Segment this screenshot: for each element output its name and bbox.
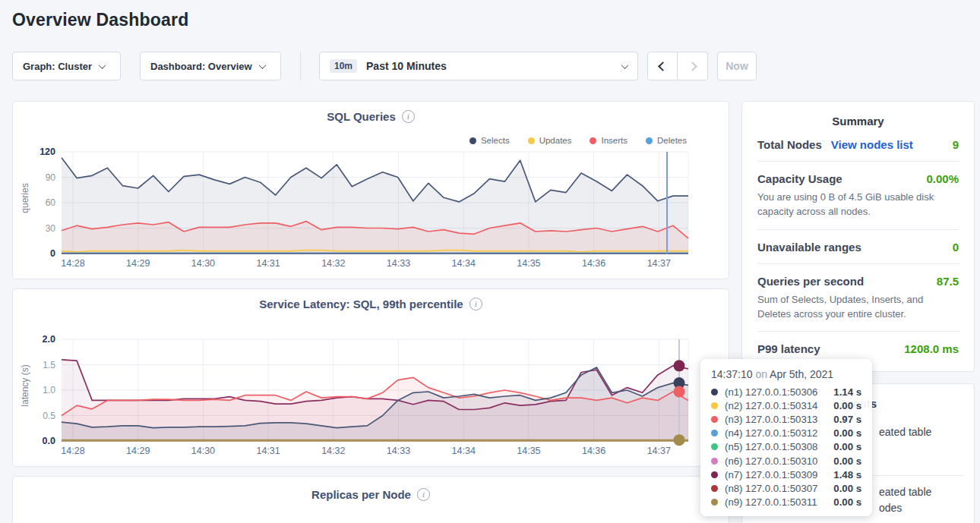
node-address: (n4) 127.0.0.1:50312 <box>725 427 833 439</box>
tooltip-node-rows: (n1) 127.0.0.1:503061.14 s(n2) 127.0.0.1… <box>711 385 861 509</box>
x-tick-label: 14:30 <box>191 258 215 269</box>
toolbar-divider <box>300 52 301 80</box>
service-latency-chart-canvas[interactable]: 0.00.51.01.52.014:2814:2914:3014:3114:32… <box>13 289 729 466</box>
unavailable-ranges-label: Unavailable ranges <box>757 241 861 254</box>
now-button[interactable]: Now <box>717 52 757 80</box>
p99-latency-value: 1208.0 ms <box>904 342 959 355</box>
tooltip-time: 14:37:10 <box>711 368 753 380</box>
node-color-dot <box>711 499 718 506</box>
node-color-dot <box>711 430 718 436</box>
node-color-dot <box>711 416 718 423</box>
x-tick-label: 14:32 <box>321 446 345 456</box>
time-range-label: Past 10 Minutes <box>366 60 447 72</box>
chart-hover-tooltip: 14:37:10 on Apr 5th, 2021 (n1) 127.0.0.1… <box>700 359 872 516</box>
tooltip-node-row: (n9) 127.0.0.1:503110.00 s <box>711 496 861 509</box>
tooltip-node-row: (n1) 127.0.0.1:503061.14 s <box>711 385 861 399</box>
time-next-button[interactable] <box>678 52 708 80</box>
x-tick-label: 14:37 <box>647 446 671 456</box>
x-tick-label: 14:29 <box>126 446 150 456</box>
node-color-dot <box>711 443 718 450</box>
replicas-per-node-chart-title: Replicas per Node <box>311 488 411 501</box>
node-latency-value: 0.00 s <box>833 427 861 439</box>
dashboard-label: Dashboard: Overview <box>150 61 252 72</box>
time-range-badge: 10m <box>330 59 357 73</box>
x-tick-label: 14:31 <box>256 446 280 456</box>
chevron-down-icon <box>99 61 106 69</box>
graph-scope-dropdown[interactable]: Graph: Cluster <box>12 52 121 80</box>
tooltip-node-row: (n4) 127.0.0.1:503120.00 s <box>711 427 861 440</box>
x-tick-label: 14:31 <box>256 258 280 269</box>
capacity-usage-value: 0.00% <box>926 172 959 185</box>
node-color-dot <box>711 402 718 409</box>
x-tick-label: 14:35 <box>517 446 540 456</box>
tooltip-node-row: (n8) 127.0.0.1:503070.00 s <box>711 481 861 495</box>
node-address: (n3) 127.0.0.1:50313 <box>725 414 833 425</box>
tooltip-date: Apr 5th, 2021 <box>770 368 833 380</box>
event-item-text[interactable]: eated table <box>879 426 931 438</box>
queries-per-second-description: Sum of Selects, Updates, Inserts, and De… <box>757 293 959 322</box>
chevron-down-icon <box>621 61 629 69</box>
event-item-text[interactable]: odes <box>879 502 902 514</box>
tooltip-timestamp: 14:37:10 on Apr 5th, 2021 <box>711 368 861 380</box>
node-latency-value: 0.97 s <box>833 414 861 425</box>
x-tick-label: 14:28 <box>61 258 84 269</box>
y-tick-label: 60 <box>46 197 56 208</box>
node-latency-value: 0.00 s <box>833 400 861 411</box>
node-latency-value: 0.00 s <box>833 483 861 494</box>
queries-per-second-label: Queries per second <box>757 275 864 288</box>
y-tick-label: 2.0 <box>43 334 55 345</box>
node-color-dot <box>711 389 718 395</box>
capacity-usage-label: Capacity Usage <box>757 172 842 185</box>
node-latency-value: 0.00 s <box>833 455 861 467</box>
y-tick-label: 120 <box>40 147 55 157</box>
graph-scope-label: Graph: Cluster <box>23 61 92 72</box>
hover-dot <box>674 386 685 398</box>
sql-queries-chart-canvas[interactable]: 030609012014:2814:2914:3014:3114:3214:33… <box>13 102 729 279</box>
event-item-text[interactable]: eated table <box>879 486 931 498</box>
node-address: (n9) 127.0.0.1:50311 <box>725 496 833 508</box>
node-color-dot <box>711 458 718 465</box>
summary-panel-title: Summary <box>757 102 959 128</box>
y-tick-label: 30 <box>46 223 56 234</box>
hover-dot <box>674 434 685 446</box>
y-tick-label: 0.0 <box>43 436 55 446</box>
info-icon[interactable]: i <box>417 488 430 501</box>
tooltip-node-row: (n7) 127.0.0.1:503091.48 s <box>711 468 861 481</box>
y-tick-label: 1.0 <box>43 385 55 395</box>
dashboard-dropdown[interactable]: Dashboard: Overview <box>140 52 281 80</box>
node-latency-value: 1.48 s <box>833 469 861 480</box>
now-button-label: Now <box>726 60 748 72</box>
summary-row-total-nodes: Total Nodes View nodes list 9 <box>757 128 959 162</box>
total-nodes-label: Total Nodes <box>757 138 822 151</box>
y-tick-label: 90 <box>46 172 56 183</box>
view-nodes-list-link[interactable]: View nodes list <box>831 138 913 151</box>
node-address: (n7) 127.0.0.1:50309 <box>725 469 833 480</box>
x-tick-label: 14:35 <box>517 258 540 269</box>
x-tick-label: 14:32 <box>321 258 345 269</box>
p99-latency-label: P99 latency <box>757 342 820 355</box>
chevron-left-icon <box>658 61 668 71</box>
x-tick-label: 14:33 <box>387 258 410 269</box>
node-latency-value: 1.14 s <box>833 386 861 398</box>
tooltip-node-row: (n5) 127.0.0.1:503080.00 s <box>711 440 861 454</box>
queries-per-second-value: 87.5 <box>937 275 959 288</box>
replicas-per-node-chart-card: Replicas per Node i <box>12 476 729 523</box>
y-tick-label: 1.5 <box>43 360 55 370</box>
node-address: (n8) 127.0.0.1:50307 <box>725 483 833 494</box>
node-color-dot <box>711 471 718 478</box>
node-address: (n6) 127.0.0.1:50310 <box>725 455 833 467</box>
overview-dashboard-page: { "page": { "title": "Overview Dashboard… <box>0 0 980 523</box>
time-range-select[interactable]: 10m Past 10 Minutes <box>319 52 638 80</box>
tooltip-on: on <box>755 368 767 380</box>
tooltip-node-row: (n2) 127.0.0.1:503140.00 s <box>711 399 861 412</box>
service-latency-chart-card: Service Latency: SQL, 99th percentile i … <box>12 288 729 467</box>
page-title: Overview Dashboard <box>12 10 188 30</box>
y-tick-label: 0.5 <box>43 411 55 421</box>
x-tick-label: 14:36 <box>582 446 605 456</box>
x-tick-label: 14:33 <box>387 446 410 456</box>
sql-queries-chart-card: SQL Queries i SelectsUpdatesInsertsDelet… <box>12 101 729 279</box>
x-tick-label: 14:34 <box>452 258 476 269</box>
time-prev-button[interactable] <box>647 52 678 80</box>
chevron-right-icon <box>688 61 697 71</box>
tooltip-node-row: (n6) 127.0.0.1:503100.00 s <box>711 454 861 468</box>
